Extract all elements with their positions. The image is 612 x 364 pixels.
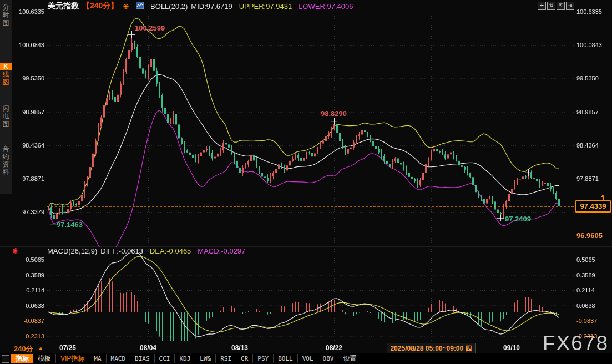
macd-tick-right: 0.2114: [576, 287, 595, 294]
sidebar-item-char: 资: [0, 160, 12, 168]
macd-indicator-label: MACD(26,12,9): [47, 247, 97, 255]
indicator-starburst-icon[interactable]: ✺: [12, 246, 19, 256]
sidebar-item-char: 合: [0, 145, 12, 153]
x-axis-tick-08/22: 08/22: [326, 344, 342, 352]
sidebar-item-char: 闪: [0, 104, 12, 112]
macd-macd-value: MACD:-0.0297: [198, 247, 245, 255]
chart-type-sidebar: 分时图K线图闪电图合约资料: [0, 0, 12, 194]
macd-tick-right: 0.5065: [576, 256, 595, 263]
toolbar-item-KDJ[interactable]: KDJ: [175, 354, 195, 363]
macd-header: MACD(26,12,9) DIFF:-0.0613 DEA:-0.0465 M…: [47, 247, 245, 255]
macd-tick-left: 0.3589: [13, 272, 44, 279]
mini-chart-icon[interactable]: [136, 1, 144, 11]
toolbar-item-BIAS[interactable]: BIAS: [130, 354, 155, 363]
macd-tick-right: 0.0638: [576, 302, 595, 309]
sidebar-item-char: K: [0, 63, 12, 70]
chart-header: 美元指数 【240分】 ⊕ BOLL(20,2) MID:97.6719 UPP…: [48, 1, 353, 11]
period-tag[interactable]: 【240分】: [82, 1, 118, 11]
toolbar-item-LW&[interactable]: LW&: [195, 354, 216, 363]
toolbar-item-MACD[interactable]: MACD: [107, 354, 131, 363]
boll-upper-value: UPPER:97.9431: [239, 2, 292, 11]
sidebar-item-char: 图: [0, 19, 12, 27]
price-tick-left: 97.8871: [13, 175, 44, 182]
sidebar-item-char: 分: [0, 3, 12, 11]
price-tick-right: 100.6335: [576, 8, 602, 15]
indicator-toolbar: 指标模板VIP指标MAMACDBIASCCIKDJLW&RSICRPSYBOLL…: [0, 353, 612, 364]
sidebar-item-char: 图: [0, 120, 12, 128]
toolbar-item-CR[interactable]: CR: [236, 354, 253, 363]
toolbar-item-RSI[interactable]: RSI: [216, 354, 236, 363]
price-tick-left: 99.5350: [13, 75, 44, 82]
macd-tick-left: 0.2114: [13, 287, 44, 294]
price-tick-left: 98.4364: [13, 142, 44, 149]
toolbar-item-模板[interactable]: 模板: [33, 354, 56, 363]
macd-tick-right: -0.2313: [576, 333, 597, 340]
current-price-label: 97.4339: [575, 200, 611, 213]
sidebar-item-K线图[interactable]: K线图: [0, 63, 12, 86]
sidebar-item-char: 线: [0, 70, 12, 78]
toolbar-item-CCI[interactable]: CCI: [155, 354, 175, 363]
macd-tick-left: -0.2313: [13, 333, 44, 340]
price-tick-left: 98.9857: [13, 109, 44, 115]
price-marker-label: 97.1463: [57, 220, 83, 229]
sidebar-item-char: 电: [0, 112, 12, 120]
boll-lower-value: LOWER:97.4006: [299, 2, 353, 11]
x-axis-tick-09/10: 09/10: [503, 344, 520, 352]
boll-indicator-label: BOLL(20,2): [150, 2, 188, 11]
price-tick-right: 99.5350: [576, 75, 599, 82]
macd-tick-left: 0.0638: [13, 302, 44, 309]
toolbar-item-VOL[interactable]: VOL: [298, 354, 318, 363]
macd-diff-value: DIFF:-0.0613: [100, 247, 143, 255]
price-tick-right: 100.0843: [576, 42, 602, 48]
price-chart-canvas[interactable]: [0, 0, 612, 364]
price-tick-left: 100.0843: [13, 42, 44, 48]
toolbar-item-PSY[interactable]: PSY: [253, 354, 274, 363]
pan-icon[interactable]: ✛: [538, 2, 546, 10]
sidebar-item-合约资料[interactable]: 合约资料: [0, 145, 12, 176]
toolbar-item-VIP指标[interactable]: VIP指标: [56, 354, 89, 363]
fx678-watermark: FX678: [543, 332, 609, 355]
sidebar-item-char: 时: [0, 11, 12, 19]
price-tick-right: 98.4364: [576, 142, 599, 149]
auto-scale-icon[interactable]: ⇱: [557, 2, 565, 10]
price-marker-label: 97.2409: [505, 215, 531, 223]
sidebar-item-闪电图[interactable]: 闪电图: [0, 104, 12, 128]
x-axis-tick-08/13: 08/13: [231, 344, 248, 352]
x-axis-scale-icon[interactable]: ⇥: [566, 2, 574, 10]
add-indicator-icon[interactable]: ⊕: [123, 2, 129, 11]
price-tick-right: 98.9857: [576, 109, 599, 115]
toolbar-item-指标[interactable]: 指标: [11, 354, 33, 363]
toolbar-item-设置[interactable]: 设置: [338, 354, 361, 363]
macd-tick-right: -0.0837: [576, 317, 597, 324]
sidebar-item-分时图[interactable]: 分时图: [0, 3, 12, 27]
chart-tool-icons: ✛⇅⇱⇥: [538, 2, 574, 10]
sidebar-item-char: 料: [0, 168, 12, 176]
sidebar-item-char: 约: [0, 153, 12, 160]
macd-tick-right: 0.3589: [576, 272, 595, 279]
timeframe-dropdown-icon[interactable]: ▲: [38, 345, 44, 351]
macd-tick-left: 0.5065: [13, 256, 44, 263]
macd-dea-value: DEA:-0.0465: [150, 247, 191, 255]
price-marker-label: 100.2599: [135, 24, 165, 32]
sidebar-item-char: 图: [0, 78, 12, 86]
price-marker-label: 98.8290: [321, 109, 347, 118]
price-tick-right: 97.8871: [576, 175, 599, 182]
price-tick-left: 100.6335: [13, 8, 44, 15]
pane-low-price-label: 96.9605: [576, 231, 603, 240]
toolbar-item-BOLL[interactable]: BOLL: [274, 354, 298, 363]
price-tick-left: 97.3379: [13, 209, 44, 215]
boll-mid-value: MID:97.6719: [191, 2, 232, 11]
y-axis-scale-icon[interactable]: ⇅: [547, 2, 555, 10]
x-axis-tick-08/04: 08/04: [140, 344, 156, 352]
instrument-title: 美元指数: [48, 1, 79, 11]
toolbar-corner-icon[interactable]: [2, 355, 9, 363]
toolbar-item-MA[interactable]: MA: [89, 354, 106, 363]
current-price-arrow-stem: [603, 197, 604, 200]
x-axis-tick-07/25: 07/25: [59, 344, 76, 352]
chart-application-window: 分时图K线图闪电图合约资料 美元指数 【240分】 ⊕ BOLL(20,2) M…: [0, 0, 612, 364]
macd-tick-left: -0.0837: [13, 317, 44, 324]
toolbar-item-OBV[interactable]: OBV: [318, 354, 339, 363]
